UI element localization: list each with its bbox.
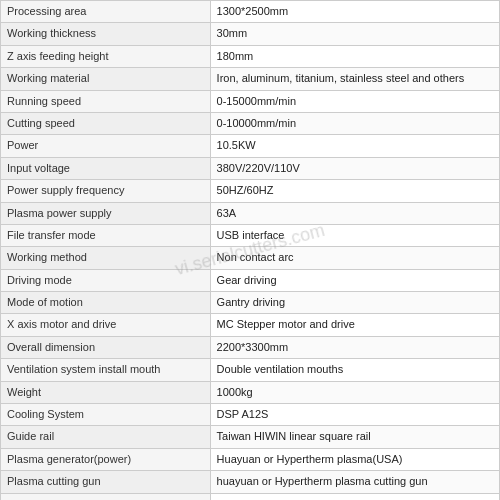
spec-value: huayuan or Hypertherm plasma cutting gun xyxy=(210,471,499,493)
table-row: Guide railTaiwan HIWIN linear square rai… xyxy=(1,426,500,448)
table-row: Power supply frequency50HZ/60HZ xyxy=(1,180,500,202)
table-row: Weight1000kg xyxy=(1,381,500,403)
spec-value: MC Stepper motor and drive xyxy=(210,314,499,336)
spec-value: 50HZ/60HZ xyxy=(210,180,499,202)
table-row: X axis motor and driveMC Stepper motor a… xyxy=(1,314,500,336)
table-row: Plasma generator(power)Huayuan or Hypert… xyxy=(1,448,500,470)
spec-value: 0-10000mm/min xyxy=(210,112,499,134)
spec-value: 2200*3300mm xyxy=(210,336,499,358)
table-row: Working thickness30mm xyxy=(1,23,500,45)
spec-value: 63A xyxy=(210,202,499,224)
spec-label: Working material xyxy=(1,68,211,90)
spec-label: Ventilation system install mouth xyxy=(1,359,211,381)
spec-label: Power supply frequency xyxy=(1,180,211,202)
spec-label: Processing area xyxy=(1,1,211,23)
table-row: Z axis feeding height180mm xyxy=(1,45,500,67)
spec-label: Cutting speed xyxy=(1,112,211,134)
spec-value: Taiwan HIWIN linear square rail xyxy=(210,426,499,448)
spec-label: Working thickness xyxy=(1,23,211,45)
table-row: Input voltage380V/220V/110V xyxy=(1,157,500,179)
spec-label: Weight xyxy=(1,381,211,403)
spec-label: Working method xyxy=(1,247,211,269)
table-row: File transfer modeUSB interface xyxy=(1,224,500,246)
table-row: Ventilation system install mouthDouble v… xyxy=(1,359,500,381)
spec-label: Plasma cutting gun xyxy=(1,471,211,493)
table-row: Floating cutting gun mode of motionAutom… xyxy=(1,493,500,500)
spec-label: Mode of motion xyxy=(1,292,211,314)
table-row: Mode of motionGantry driving xyxy=(1,292,500,314)
spec-value: 10.5KW xyxy=(210,135,499,157)
spec-label: Z axis feeding height xyxy=(1,45,211,67)
table-row: Plasma cutting gunhuayuan or Hypertherm … xyxy=(1,471,500,493)
spec-value: 1300*2500mm xyxy=(210,1,499,23)
table-row: Overall dimension2200*3300mm xyxy=(1,336,500,358)
specs-table: Processing area1300*2500mmWorking thickn… xyxy=(0,0,500,500)
table-row: Cooling SystemDSP A12S xyxy=(1,404,500,426)
spec-value: 380V/220V/110V xyxy=(210,157,499,179)
spec-value: Gear driving xyxy=(210,269,499,291)
spec-label: Guide rail xyxy=(1,426,211,448)
spec-value: Iron, aluminum, titanium, stainless stee… xyxy=(210,68,499,90)
spec-value: Non contact arc xyxy=(210,247,499,269)
spec-value: 0-15000mm/min xyxy=(210,90,499,112)
spec-label: Driving mode xyxy=(1,269,211,291)
spec-value: 30mm xyxy=(210,23,499,45)
spec-value: Automatic and Pneumatic test xyxy=(210,493,499,500)
spec-value: Huayuan or Hypertherm plasma(USA) xyxy=(210,448,499,470)
spec-label: Plasma generator(power) xyxy=(1,448,211,470)
spec-label: Overall dimension xyxy=(1,336,211,358)
spec-value: Double ventilation mouths xyxy=(210,359,499,381)
spec-label: Floating cutting gun mode of motion xyxy=(1,493,211,500)
table-row: Power10.5KW xyxy=(1,135,500,157)
table-row: Running speed0-15000mm/min xyxy=(1,90,500,112)
spec-label: Input voltage xyxy=(1,157,211,179)
spec-label: Power xyxy=(1,135,211,157)
table-row: Driving modeGear driving xyxy=(1,269,500,291)
spec-value: 1000kg xyxy=(210,381,499,403)
table-row: Plasma power supply63A xyxy=(1,202,500,224)
table-row: Working methodNon contact arc xyxy=(1,247,500,269)
spec-value: 180mm xyxy=(210,45,499,67)
table-row: Cutting speed0-10000mm/min xyxy=(1,112,500,134)
spec-label: Plasma power supply xyxy=(1,202,211,224)
spec-label: Running speed xyxy=(1,90,211,112)
spec-label: X axis motor and drive xyxy=(1,314,211,336)
spec-value: USB interface xyxy=(210,224,499,246)
spec-label: File transfer mode xyxy=(1,224,211,246)
table-row: Processing area1300*2500mm xyxy=(1,1,500,23)
spec-value: DSP A12S xyxy=(210,404,499,426)
table-row: Working materialIron, aluminum, titanium… xyxy=(1,68,500,90)
spec-value: Gantry driving xyxy=(210,292,499,314)
spec-label: Cooling System xyxy=(1,404,211,426)
